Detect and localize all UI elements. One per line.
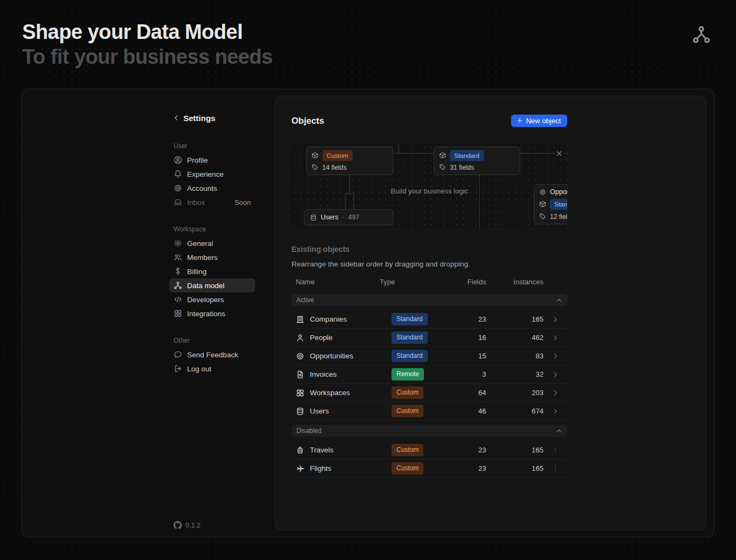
object-row-opportunities[interactable]: OpportunitiesStandard1583 [291, 347, 567, 365]
object-row-action[interactable] [543, 352, 567, 360]
objects-panel: Objects New object [275, 96, 706, 530]
box-icon [439, 152, 446, 159]
object-row-invoices[interactable]: InvoicesRemote332 [291, 365, 567, 384]
settings-sidebar: Settings UserProfileExperienceAccountsIn… [169, 112, 255, 376]
object-instances-count: 165 [486, 315, 543, 323]
nav-section-label-workspace: Workspace [169, 222, 255, 236]
sidebar-item-label: Log out [187, 365, 211, 373]
sidebar-item-inbox[interactable]: InboxSoon [169, 195, 255, 209]
object-name-cell: Opportunities [291, 352, 380, 361]
object-row-workspaces[interactable]: WorkspacesCustom64203 [291, 384, 567, 402]
object-name: Workspaces [310, 389, 350, 397]
github-icon[interactable] [174, 521, 182, 529]
object-row-action[interactable] [543, 446, 567, 454]
box-icon [539, 201, 546, 208]
group-header-disabled[interactable]: Disabled [291, 425, 567, 437]
fields-count: 12 fields [550, 213, 567, 221]
sidebar-item-profile[interactable]: Profile [169, 153, 255, 167]
canvas-node-custom[interactable]: Custom 14 fields [306, 146, 393, 175]
connector-line [354, 194, 354, 209]
column-header-fields: Fields [445, 278, 486, 286]
sidebar-item-label: General [187, 239, 213, 248]
sidebar-item-label: Billing [187, 268, 207, 276]
standard-type-badge: Standard [550, 199, 567, 210]
object-type-cell: Custom [380, 386, 445, 398]
chevron-right-icon [552, 352, 559, 360]
file-icon [296, 370, 304, 379]
luggage-icon [296, 446, 304, 455]
object-instances-count: 165 [486, 464, 543, 472]
object-fields-count: 23 [445, 315, 486, 323]
sidebar-item-label: Developers [187, 296, 224, 304]
sidebar-item-developers[interactable]: Developers [169, 292, 255, 306]
connector-line [393, 153, 434, 154]
canvas-hint-text: Build your business logic [291, 187, 567, 195]
target-icon [296, 352, 304, 361]
sidebar-item-log-out[interactable]: Log out [169, 362, 255, 376]
sidebar-item-integrations[interactable]: Integrations [169, 306, 255, 321]
object-row-flights[interactable]: FlightsCustom23165 [291, 459, 567, 478]
table-header-row: Name Type Fields Instances [291, 274, 567, 290]
soon-badge: Soon [235, 198, 251, 206]
type-badge: Custom [392, 462, 423, 474]
object-instances-count: 165 [486, 446, 543, 454]
object-row-action[interactable] [543, 371, 567, 378]
version-label: 0.1.2 [185, 522, 201, 529]
canvas-node-users[interactable]: Users · 497 [304, 209, 393, 225]
object-name: Invoices [310, 370, 337, 378]
object-row-action[interactable] [543, 316, 567, 323]
object-row-companies[interactable]: CompaniesStandard23165 [291, 310, 567, 329]
object-type-cell: Custom [380, 462, 445, 474]
object-row-action[interactable] [543, 408, 567, 415]
sidebar-item-accounts[interactable]: Accounts [169, 181, 255, 195]
connector-line [479, 174, 480, 228]
settings-back-button[interactable]: Settings [169, 112, 255, 124]
sidebar-item-billing[interactable]: Billing [169, 264, 255, 278]
sidebar-item-general[interactable]: General [169, 236, 255, 250]
object-row-people[interactable]: PeopleStandard16462 [291, 329, 567, 347]
close-icon[interactable] [555, 149, 563, 158]
standard-type-badge: Standard [450, 150, 484, 161]
group-header-active[interactable]: Active [291, 294, 567, 306]
chat-icon [174, 350, 182, 359]
object-name-cell: Companies [291, 315, 380, 324]
sidebar-item-send-feedback[interactable]: Send Feedback [169, 348, 255, 362]
object-name-cell: Workspaces [291, 389, 380, 397]
type-badge: Standard [392, 331, 428, 343]
settings-window: Settings UserProfileExperienceAccountsIn… [22, 89, 714, 537]
inbox-icon [174, 198, 182, 206]
sidebar-sections: UserProfileExperienceAccountsInboxSoonWo… [169, 139, 255, 376]
object-row-action[interactable] [543, 334, 567, 342]
object-row-travels[interactable]: TravelsCustom23165 [291, 441, 567, 459]
plane-icon [296, 464, 304, 473]
custom-type-badge: Custom [322, 150, 353, 161]
connector-line [399, 144, 399, 153]
object-name: Flights [310, 464, 331, 472]
tag-icon [311, 164, 319, 171]
type-badge: Custom [392, 444, 423, 456]
grid-icon [296, 389, 304, 397]
object-instances-count: 83 [486, 352, 543, 360]
object-instances-count: 32 [486, 370, 543, 378]
type-badge: Custom [392, 405, 423, 417]
object-fields-count: 23 [445, 464, 486, 472]
sidebar-item-experience[interactable]: Experience [169, 167, 255, 181]
object-type-cell: Standard [380, 331, 445, 343]
page-heading: Shape your Data Model To fit your busine… [22, 19, 273, 69]
object-row-action[interactable] [543, 465, 567, 472]
building-icon [296, 315, 304, 324]
object-row-users[interactable]: UsersCustom46674 [291, 402, 567, 421]
type-badge: Standard [392, 350, 428, 362]
object-name-cell: Users [291, 407, 380, 416]
sidebar-item-data-model[interactable]: Data model [169, 278, 255, 292]
dots-vertical-icon [552, 465, 559, 472]
data-model-canvas[interactable]: Custom 14 fields Standard 31 fields [291, 144, 567, 228]
users-icon [174, 253, 182, 262]
new-object-button[interactable]: New object [511, 115, 567, 127]
object-row-action[interactable] [543, 389, 567, 397]
object-instances-count: 674 [486, 407, 543, 415]
sidebar-item-label: Data model [187, 282, 224, 290]
objects-header: Objects New object [291, 114, 567, 128]
sidebar-item-members[interactable]: Members [169, 250, 255, 264]
canvas-node-standard[interactable]: Standard 31 fields [434, 146, 520, 175]
